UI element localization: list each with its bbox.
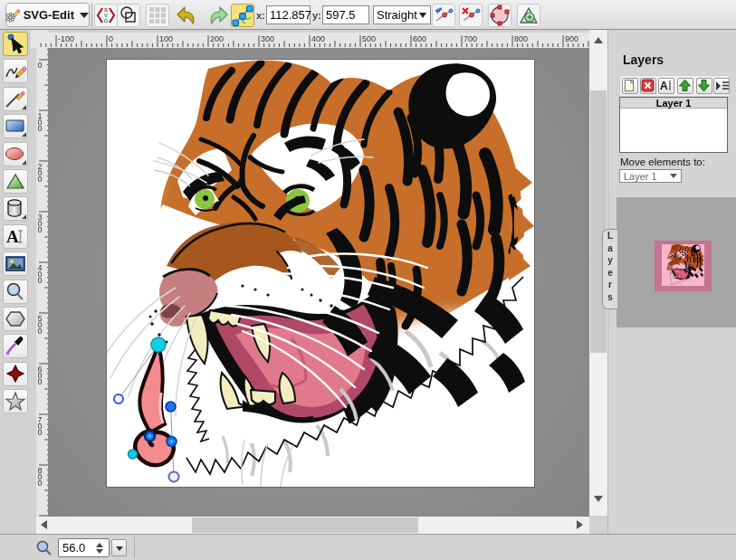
svg-text:0: 0 [38, 276, 43, 285]
svg-text:G: G [104, 18, 109, 24]
svg-text:600: 600 [413, 34, 426, 43]
svg-text:0: 0 [38, 327, 43, 336]
svg-text:200: 200 [210, 34, 224, 43]
svg-text:A: A [660, 80, 668, 92]
svg-text:0: 0 [38, 479, 43, 488]
svg-text:100: 100 [159, 34, 173, 43]
svg-text:0: 0 [38, 428, 43, 437]
svg-text:900: 900 [565, 34, 578, 43]
svg-text:800: 800 [514, 34, 528, 43]
svg-text:300: 300 [261, 34, 274, 43]
svg-text:0: 0 [38, 377, 43, 386]
svg-text:0: 0 [38, 175, 43, 184]
svg-text:700: 700 [464, 34, 477, 43]
svg-text:0: 0 [38, 61, 43, 70]
svg-text:-100: -100 [58, 34, 74, 43]
svg-text:0: 0 [38, 124, 43, 133]
svg-text:500: 500 [362, 34, 376, 43]
svg-text:0: 0 [109, 34, 113, 43]
svg-text:0: 0 [38, 225, 43, 234]
svg-text:400: 400 [311, 34, 325, 43]
svg-text:A: A [6, 227, 19, 246]
